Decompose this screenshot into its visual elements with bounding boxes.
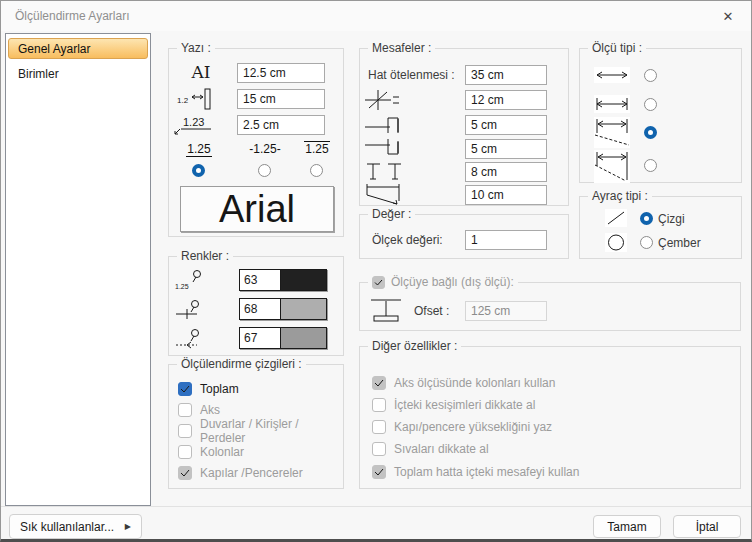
dim-type-radio-3-selected[interactable] bbox=[644, 126, 657, 139]
checkbox-checked-disabled bbox=[372, 376, 386, 390]
chevron-right-icon: ▶ bbox=[125, 522, 131, 531]
checkbox-unchecked[interactable] bbox=[178, 445, 192, 459]
dim-type-extension-long-icon bbox=[594, 150, 630, 183]
checkbox-label: Kapı/pencere yüksekliğini yaz bbox=[394, 420, 552, 434]
dim-type-radio-4[interactable] bbox=[644, 159, 657, 172]
sidebar-item-genel-ayarlar[interactable]: Genel Ayarlar bbox=[8, 38, 148, 59]
svg-text:1.25: 1.25 bbox=[175, 283, 189, 290]
text-pos-below-radio[interactable] bbox=[192, 164, 205, 177]
title-bar: Ölçülendirme Ayarları ✕ bbox=[1, 1, 751, 31]
color-swatch bbox=[281, 299, 326, 319]
offset-icon bbox=[368, 295, 406, 323]
extension-color-picker[interactable]: 67 bbox=[239, 327, 327, 349]
checkbox-unchecked[interactable] bbox=[372, 442, 386, 456]
offset-label: Ofset : bbox=[414, 304, 449, 318]
text-distance-input[interactable] bbox=[237, 89, 325, 109]
offset-input bbox=[465, 301, 547, 321]
font-select-button[interactable]: Arial bbox=[180, 186, 334, 232]
checkbox-checked[interactable] bbox=[178, 382, 192, 396]
sidebar-item-birimler[interactable]: Birimler bbox=[9, 65, 147, 83]
group-olcu-tipi-legend: Ölçü tipi : bbox=[588, 41, 646, 55]
separator-circle-radio[interactable] bbox=[640, 236, 653, 249]
separator-circle-icon bbox=[605, 233, 627, 252]
scale-value-input[interactable] bbox=[465, 230, 547, 250]
wall-bottom-distance-icon bbox=[365, 137, 405, 159]
text-height-input[interactable] bbox=[237, 63, 325, 83]
category-list[interactable]: Genel Ayarlar Birimler bbox=[5, 33, 151, 506]
checkbox-kolonlar[interactable]: Kolonlar bbox=[178, 444, 244, 459]
sidebar-item-label: Genel Ayarlar bbox=[18, 42, 91, 56]
double-line-distance-input[interactable] bbox=[465, 162, 547, 182]
checkbox-label: Toplam bbox=[200, 382, 239, 396]
text-height-icon: AI bbox=[186, 61, 216, 83]
separator-circle-label: Çember bbox=[658, 236, 701, 250]
wall-top-distance-input[interactable] bbox=[465, 115, 547, 135]
checkbox-checked-disabled bbox=[178, 466, 192, 480]
group-cizgiler: Ölçülendirme çizgileri : Toplam Aks Duva… bbox=[168, 364, 344, 489]
decimal-height-input[interactable] bbox=[237, 115, 325, 135]
group-ayrac-tipi: Ayraç tipi : Çizgi Çember bbox=[579, 196, 742, 259]
color-number: 63 bbox=[240, 270, 281, 290]
dialog-title: Ölçülendirme Ayarları bbox=[15, 1, 130, 31]
svg-text:1.2: 1.2 bbox=[177, 96, 189, 105]
dim-type-radio-2[interactable] bbox=[644, 98, 657, 111]
axis-distance-icon bbox=[365, 89, 405, 111]
ok-button[interactable]: Tamam bbox=[593, 515, 661, 538]
checkbox-icteki-kesisim[interactable]: İçteki kesişimleri dikkate al bbox=[372, 397, 535, 412]
text-pos-above-radio[interactable] bbox=[310, 164, 323, 177]
axis-distance-input[interactable] bbox=[465, 90, 547, 110]
footer-separator bbox=[1, 506, 752, 507]
dim-type-radio-1[interactable] bbox=[644, 69, 657, 82]
checkbox-unchecked[interactable] bbox=[178, 403, 192, 417]
line-offset-input[interactable] bbox=[465, 65, 547, 85]
text-pos-inline-radio[interactable] bbox=[258, 164, 271, 177]
group-deger: Değer : Ölçek değeri: bbox=[359, 214, 569, 259]
checkbox-kapilar[interactable]: Kapılar /Pencereler bbox=[178, 465, 303, 480]
group-deger-legend: Değer : bbox=[368, 207, 415, 221]
wall-top-distance-icon bbox=[365, 113, 405, 135]
checkbox-unchecked[interactable] bbox=[178, 424, 192, 438]
group-mesafeler: Mesafeler : Hat ötelenmesi : bbox=[359, 48, 569, 206]
close-button[interactable]: ✕ bbox=[707, 2, 749, 30]
checkbox-unchecked[interactable] bbox=[372, 420, 386, 434]
favorites-button-label: Sık kullanılanlar... bbox=[20, 520, 114, 534]
wall-bottom-distance-input[interactable] bbox=[465, 139, 547, 159]
separator-line-icon bbox=[605, 209, 627, 227]
extension-line-color-icon bbox=[175, 327, 205, 349]
checkbox-label: Kolonlar bbox=[200, 445, 244, 459]
svg-text:1.23: 1.23 bbox=[183, 116, 204, 128]
dimension-text-color-picker[interactable]: 63 bbox=[239, 269, 327, 291]
checkbox-aks[interactable]: Aks bbox=[178, 402, 220, 417]
group-diger: Diğer özellikler : Aks ölçüsünde kolonla… bbox=[359, 346, 741, 489]
dependent-dimension-checkbox bbox=[372, 276, 385, 289]
checkbox-unchecked[interactable] bbox=[372, 398, 386, 412]
favorites-button[interactable]: Sık kullanılanlar... ▶ bbox=[9, 514, 142, 539]
text-pos-inline-sample: -1.25- bbox=[247, 142, 283, 157]
checkbox-label: Aks bbox=[200, 403, 220, 417]
group-ayrac-tipi-legend: Ayraç tipi : bbox=[588, 189, 652, 203]
checkbox-label: Kapılar /Pencereler bbox=[200, 466, 303, 480]
checkbox-duvarlar[interactable]: Duvarlar / Kirişler / Perdeler bbox=[178, 423, 343, 438]
checkbox-sivalar[interactable]: Sıvaları dikkate al bbox=[372, 441, 489, 456]
group-cizgiler-legend: Ölçülendirme çizgileri : bbox=[177, 357, 306, 371]
checkbox-label: Duvarlar / Kirişler / Perdeler bbox=[200, 417, 343, 445]
group-olcuye-bagli-title: Ölçüye bağlı (dış ölçü): bbox=[391, 275, 514, 289]
group-mesafeler-legend: Mesafeler : bbox=[368, 41, 435, 55]
group-olcuye-bagli-legend: Ölçüye bağlı (dış ölçü): bbox=[368, 275, 518, 289]
checkbox-toplam-hat: Toplam hatta içteki mesafeyi kullan bbox=[372, 464, 579, 479]
balcony-distance-input[interactable] bbox=[465, 185, 547, 205]
dimension-line-color-icon bbox=[175, 298, 205, 320]
checkbox-toplam[interactable]: Toplam bbox=[178, 381, 239, 396]
scale-value-label: Ölçek değeri: bbox=[372, 233, 443, 247]
dim-type-tick-arrow-icon bbox=[594, 95, 630, 113]
checkbox-kapi-pencere-yukseklik[interactable]: Kapı/pencere yüksekliğini yaz bbox=[372, 419, 552, 434]
checkbox-checked-disabled bbox=[372, 465, 386, 479]
checkbox-label: İçteki kesişimleri dikkate al bbox=[394, 398, 535, 412]
text-offset-icon: 1.2 bbox=[177, 88, 213, 110]
cancel-button[interactable]: İptal bbox=[673, 515, 741, 538]
dimension-line-color-picker[interactable]: 68 bbox=[239, 298, 327, 320]
separator-line-radio[interactable] bbox=[640, 212, 653, 225]
balcony-distance-icon bbox=[365, 183, 405, 207]
group-yazi: Yazı : AI 1.2 1.23 1.25 -1.25- bbox=[168, 48, 344, 237]
checkbox-label: Sıvaları dikkate al bbox=[394, 442, 489, 456]
